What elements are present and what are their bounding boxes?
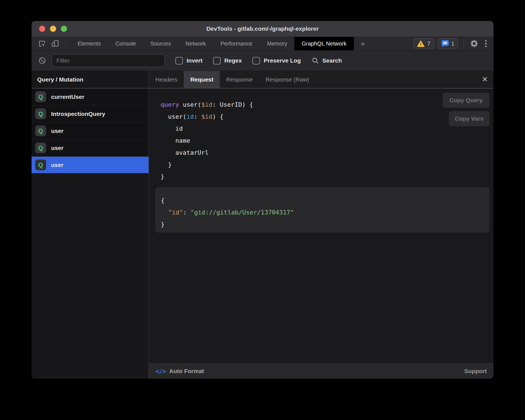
code-line: { [161,194,489,206]
warnings-badge[interactable]: ! 7 [413,38,434,49]
toolbar-icons [32,37,70,50]
query-type-badge: Q [35,108,46,119]
traffic-lights [39,21,67,37]
graphql-variables-box: { "id": "gid://gitlab/User/13704317"} [155,187,489,233]
checkbox-preserve-log[interactable]: Preserve Log [252,57,301,65]
query-sidebar: Query / Mutation QcurrentUserQIntrospect… [32,71,149,379]
code-format-icon: </> [156,368,166,375]
query-name-label: user [51,145,63,151]
request-panel-tablist: HeadersRequestResponseResponse (Raw) [149,71,316,88]
checkbox-invert[interactable]: Invert [175,57,202,65]
search-icon [311,57,319,65]
request-panel: HeadersRequestResponseResponse (Raw) ✕ q… [149,71,493,379]
code-line: } [161,159,253,171]
devtools-tab-network[interactable]: Network [178,37,213,50]
query-type-badge: Q [35,142,46,153]
window-title: DevTools - gitlab.com/-/graphql-explorer [206,25,319,32]
query-type-badge: Q [35,91,46,102]
settings-gear-icon[interactable] [469,39,479,48]
checkbox-label: Preserve Log [264,57,301,64]
toolbar-separator [66,40,66,47]
search-label: Search [322,57,342,64]
close-panel-icon[interactable]: ✕ [482,71,488,88]
query-list-item[interactable]: Quser [32,157,149,174]
code-line: user(id: $id) { [161,111,253,123]
auto-format-control[interactable]: </> Auto Format [156,368,204,375]
sidebar-header: Query / Mutation [32,71,149,89]
controls-separator [464,40,464,47]
query-list-item[interactable]: Quser [32,123,149,140]
query-list-item[interactable]: QcurrentUser [32,89,149,106]
minimize-window-button[interactable] [50,26,56,32]
code-line: } [161,171,253,183]
message-icon [442,40,449,47]
panel-tab-response-raw-[interactable]: Response (Raw) [259,71,316,88]
query-name-label: IntrospectionQuery [51,111,105,117]
checkbox-box[interactable] [213,57,221,65]
auto-format-label: Auto Format [169,368,204,374]
checkbox-box[interactable] [252,57,260,65]
query-name-label: user [51,128,63,134]
devtools-tabbar: ElementsConsoleSourcesNetworkPerformance… [32,37,493,50]
search-control[interactable]: Search [311,57,342,65]
main-split: Query / Mutation QcurrentUserQIntrospect… [32,71,493,379]
filter-checkboxes: InvertRegexPreserve Log [165,57,301,65]
code-line: name [161,135,253,147]
checkbox-label: Invert [187,57,202,64]
block-requests-icon[interactable] [38,57,46,65]
support-link[interactable]: Support [464,368,487,374]
checkbox-regex[interactable]: Regex [213,57,242,65]
devtools-tab-sources[interactable]: Sources [143,37,178,50]
messages-badge[interactable]: 1 [438,38,458,49]
request-content: query user($id: UserID) { user(id: $id) … [149,89,493,363]
panel-footer: </> Auto Format Support [149,363,493,379]
query-type-badge: Q [35,125,46,136]
devtools-tabbar-tabs: ElementsConsoleSourcesNetworkPerformance… [70,37,354,50]
query-list-item[interactable]: Quser [32,140,149,157]
query-name-label: currentUser [51,94,84,100]
request-panel-tabs: HeadersRequestResponseResponse (Raw) ✕ [149,71,493,89]
graphql-query-code: query user($id: UserID) { user(id: $id) … [161,99,253,183]
devtools-tab-console[interactable]: Console [108,37,143,50]
copy-query-button[interactable]: Copy Query [443,93,490,108]
filter-input[interactable] [52,54,165,67]
devtools-tab-elements[interactable]: Elements [70,37,108,50]
code-line: query user($id: UserID) { [161,99,253,111]
device-toolbar-icon[interactable] [51,39,60,48]
devtools-tab-memory[interactable]: Memory [260,37,294,50]
panel-tab-response[interactable]: Response [220,71,259,88]
code-line: id [161,123,253,135]
warnings-count: 7 [427,40,430,47]
close-window-button[interactable] [39,26,45,32]
checkbox-label: Regex [224,57,242,64]
code-line: } [161,218,489,230]
devtools-window: DevTools - gitlab.com/-/graphql-explorer… [32,21,493,379]
inspect-element-icon[interactable] [37,39,47,48]
query-list: QcurrentUserQIntrospectionQueryQuserQuse… [32,89,149,174]
checkbox-box[interactable] [175,57,183,65]
more-tabs-chevron[interactable]: » [354,37,372,50]
devtools-tab-performance[interactable]: Performance [213,37,260,50]
query-name-label: user [51,162,63,168]
zoom-window-button[interactable] [61,26,67,32]
query-list-item[interactable]: QIntrospectionQuery [32,106,149,123]
tabbar-right-controls: ! 7 1 [413,37,493,50]
warning-icon: ! [417,40,425,47]
panel-tab-request[interactable]: Request [184,71,220,88]
kebab-menu-icon[interactable] [483,40,489,47]
titlebar: DevTools - gitlab.com/-/graphql-explorer [32,21,493,37]
panel-tab-headers[interactable]: Headers [149,71,184,88]
code-line: avatarUrl [161,147,253,159]
copy-vars-button[interactable]: Copy Vars [449,111,490,126]
filterbar: InvertRegexPreserve Log Search [32,50,493,71]
messages-count: 1 [451,40,454,47]
code-line: "id": "gid://gitlab/User/13704317" [161,206,489,218]
query-type-badge: Q [35,159,46,170]
devtools-tab-graphql-network[interactable]: GraphQL Network [294,37,354,50]
